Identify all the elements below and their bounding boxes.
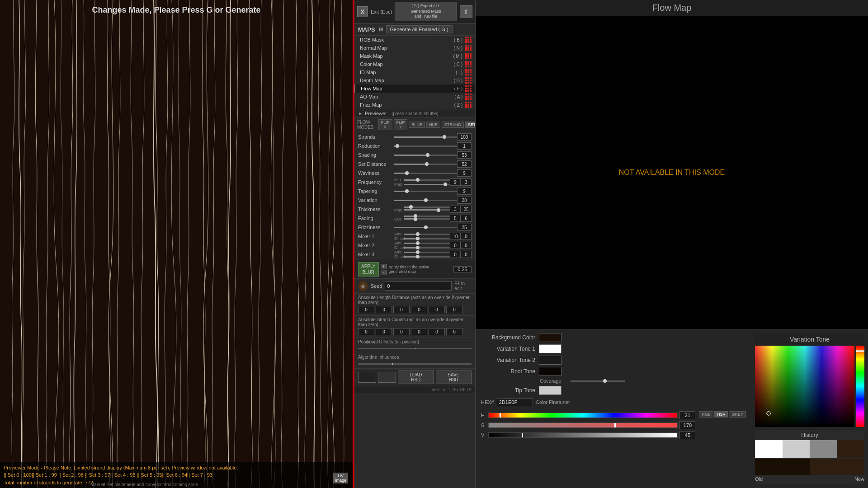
- rgb-btn[interactable]: RGB: [699, 411, 713, 418]
- abs-strand-3[interactable]: [411, 328, 427, 335]
- map-row-ao[interactable]: AO Map ( A ): [354, 93, 475, 101]
- flip-x-btn[interactable]: FLIP X: [378, 119, 392, 130]
- mixer1-offset-value[interactable]: [461, 233, 472, 240]
- reduction-slider[interactable]: [394, 145, 457, 147]
- abs-length-5[interactable]: [446, 306, 462, 313]
- strands-value[interactable]: [457, 133, 472, 141]
- previewer-row[interactable]: ► Previewer - (press space to shuffle): [354, 109, 475, 118]
- abs-strand-0[interactable]: [358, 328, 374, 335]
- map-row-frizz[interactable]: Frizz Map ( Z ): [354, 101, 475, 109]
- frequency-max-slider[interactable]: [404, 184, 450, 185]
- old-color-swatch[interactable]: [755, 459, 810, 475]
- blur-value-input[interactable]: [453, 266, 472, 272]
- frizziness-value[interactable]: [457, 224, 472, 231]
- load-hsd-button[interactable]: LOAD HSD: [398, 371, 434, 384]
- frequency-min-value[interactable]: [450, 178, 461, 186]
- mixer2-offset-slider[interactable]: [404, 247, 450, 249]
- fading-slider[interactable]: [404, 216, 450, 217]
- mixer3-offset-value[interactable]: [461, 251, 472, 258]
- map-row-rgb[interactable]: RGB Mask ( B ): [354, 36, 475, 44]
- apply-blur-button[interactable]: APPLY BLUR: [358, 262, 379, 277]
- history-swatch-0[interactable]: [755, 440, 783, 458]
- upload-icon[interactable]: ⇧: [460, 5, 472, 18]
- blue-btn[interactable]: BLUE: [409, 122, 425, 128]
- hex-input[interactable]: [497, 398, 533, 406]
- s-slider[interactable]: [488, 422, 678, 428]
- mixer1-offset-slider[interactable]: [404, 238, 450, 239]
- set-distance-value[interactable]: [457, 160, 472, 168]
- h-value[interactable]: [679, 411, 695, 419]
- grey-btn[interactable]: GREY: [729, 411, 746, 418]
- v-slider[interactable]: [488, 432, 678, 438]
- variation-slider[interactable]: [394, 200, 457, 201]
- abs-length-1[interactable]: [376, 306, 392, 313]
- abs-strand-4[interactable]: [429, 328, 445, 335]
- waviness-value[interactable]: [457, 169, 472, 177]
- abs-length-2[interactable]: [393, 306, 410, 313]
- history-swatch-1[interactable]: [783, 440, 810, 458]
- generate-all-button[interactable]: Generate All Enabled ( G ): [386, 25, 453, 33]
- variation-tone-2-swatch[interactable]: [539, 356, 561, 365]
- tapering-value[interactable]: [457, 188, 472, 195]
- sets-btn[interactable]: SETS: [465, 122, 475, 128]
- thickness-max-slider[interactable]: [404, 209, 450, 211]
- new-color-swatch[interactable]: [810, 459, 864, 475]
- fading-out-slider[interactable]: [404, 218, 450, 220]
- mixer3-offset-slider[interactable]: [404, 256, 450, 258]
- abs-strand-2[interactable]: [393, 328, 410, 335]
- map-row-id[interactable]: ID Map ( I ): [354, 68, 475, 76]
- fading-value[interactable]: [450, 215, 461, 222]
- history-swatch-2[interactable]: [810, 440, 837, 458]
- frizziness-slider[interactable]: [394, 227, 457, 228]
- reduction-value[interactable]: [457, 142, 472, 150]
- mixer3-amt-value[interactable]: [450, 251, 461, 258]
- variation-value[interactable]: [457, 197, 472, 204]
- algo-slider[interactable]: [358, 363, 472, 365]
- mixer2-offset-value[interactable]: [461, 242, 472, 249]
- mixer1-amt-value[interactable]: [450, 233, 461, 240]
- mixer3-amt-slider[interactable]: [404, 252, 450, 253]
- v-value[interactable]: [679, 431, 695, 439]
- pos-offset-slider[interactable]: [358, 348, 472, 349]
- thickness-min-slider[interactable]: [404, 206, 450, 208]
- coverage-slider[interactable]: [571, 380, 625, 382]
- frequency-min-slider[interactable]: [404, 179, 450, 181]
- abs-strand-1[interactable]: [376, 328, 392, 335]
- spacing-slider[interactable]: [394, 155, 457, 156]
- map-row-depth[interactable]: Depth Map ( D ): [354, 76, 475, 84]
- history-swatch-3[interactable]: [837, 440, 865, 458]
- mixer2-amt-slider[interactable]: [404, 243, 450, 244]
- map-row-color[interactable]: Color Map ( C ): [354, 60, 475, 68]
- hsv-btn[interactable]: HSV: [714, 411, 728, 418]
- spacing-value[interactable]: [457, 151, 472, 159]
- variation-tone-1-swatch[interactable]: [539, 344, 561, 353]
- map-row-flow[interactable]: Flow Map ( F ): [354, 84, 475, 93]
- strand-btn[interactable]: STRAND: [442, 122, 464, 128]
- fading-out-value[interactable]: [461, 215, 472, 222]
- map-row-mask[interactable]: Mask Map ( M ): [354, 52, 475, 60]
- map-row-normal[interactable]: Normal Map ( N ): [354, 44, 475, 52]
- tip-tone-swatch[interactable]: [539, 386, 561, 395]
- thickness-max-value[interactable]: [461, 206, 472, 213]
- thickness-min-value[interactable]: [450, 206, 461, 213]
- tapering-slider[interactable]: [394, 191, 457, 192]
- abs-strand-5[interactable]: [446, 328, 462, 335]
- strands-slider[interactable]: [394, 136, 457, 138]
- mixer1-amt-slider[interactable]: [404, 234, 450, 235]
- hue-bar[interactable]: [856, 346, 864, 427]
- save-hsd-button[interactable]: SAVE HSD: [436, 371, 472, 384]
- waviness-slider[interactable]: [394, 173, 457, 174]
- s-value[interactable]: [679, 421, 695, 429]
- flip-y-btn[interactable]: FLIP Y: [394, 119, 408, 130]
- gradient-square[interactable]: [755, 346, 854, 427]
- blur-plus-button[interactable]: +: [381, 264, 387, 269]
- root-tone-swatch[interactable]: [539, 367, 561, 376]
- set-distance-slider[interactable]: [394, 164, 457, 165]
- hue-btn[interactable]: HUE: [426, 122, 440, 128]
- abs-length-0[interactable]: [358, 306, 374, 313]
- seed-input[interactable]: [385, 282, 452, 291]
- abs-length-4[interactable]: [429, 306, 445, 313]
- close-button[interactable]: X: [357, 6, 368, 17]
- h-slider[interactable]: [488, 413, 678, 418]
- export-button[interactable]: ( S ) Export ALL Generated Maps and HSD …: [395, 2, 457, 21]
